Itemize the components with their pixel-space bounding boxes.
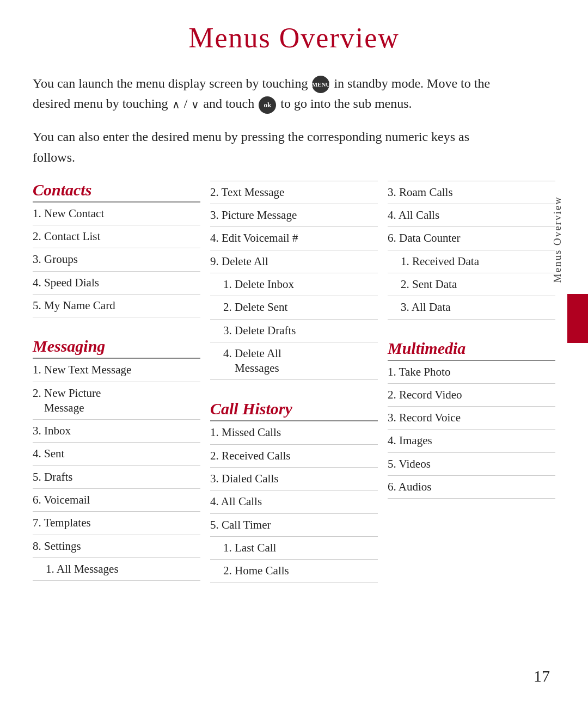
column-1: Contacts 1. New Contact 2. Contact List …	[33, 181, 210, 581]
list-item: 5. My Name Card	[33, 295, 200, 317]
call-history-section: Call History 1. Missed Calls 2. Received…	[210, 400, 378, 583]
call-history-list: 1. Missed Calls 2. Received Calls 3. Dia…	[210, 421, 378, 583]
list-item: 3. Record Voice	[388, 407, 555, 430]
list-item: 2. Home Calls	[210, 560, 378, 583]
sidebar-vertical-text: Menus Overview	[552, 196, 564, 283]
multimedia-section: Multimedia 1. Take Photo 2. Record Video…	[388, 339, 555, 499]
list-item: 1. Received Data	[388, 250, 555, 273]
contacts-list: 1. New Contact 2. Contact List 3. Groups…	[33, 203, 200, 317]
multimedia-title: Multimedia	[388, 339, 555, 361]
messaging-cont-section: 2. Text Message 3. Picture Message 4. Ed…	[210, 181, 378, 381]
list-item: 6. Audios	[388, 476, 555, 499]
list-item: 4. Speed Dials	[33, 272, 200, 295]
calls-cont-list: 3. Roam Calls 4. All Calls	[388, 181, 555, 228]
list-item: 1. New Text Message	[33, 359, 200, 382]
column-2: 2. Text Message 3. Picture Message 4. Ed…	[210, 181, 388, 583]
list-item: 2. New Picture Message	[33, 382, 200, 420]
list-item: 3. Picture Message	[210, 204, 378, 227]
multimedia-list: 1. Take Photo 2. Record Video 3. Record …	[388, 361, 555, 499]
call-history-title: Call History	[210, 400, 378, 421]
list-item: 4. All Calls	[388, 204, 555, 227]
list-item: 7. Templates	[33, 512, 200, 535]
list-item: 2. Text Message	[210, 181, 378, 204]
list-item: 1. Delete Inbox	[210, 273, 378, 296]
list-item: 3. Dialed Calls	[210, 468, 378, 491]
list-item: 5. Videos	[388, 453, 555, 476]
list-item: 2. Sent Data	[388, 273, 555, 296]
list-item: 1. Take Photo	[388, 361, 555, 384]
list-item: 2. Record Video	[388, 384, 555, 407]
data-counter-section: 6. Data Counter 1. Received Data 2. Sent…	[388, 227, 555, 319]
intro-paragraph-2: You can also enter the desired menu by p…	[33, 127, 512, 167]
contacts-title: Contacts	[33, 181, 200, 203]
list-item: 3. Groups	[33, 248, 200, 271]
list-item: 6. Voicemail	[33, 489, 200, 512]
list-item: 3. Delete Drafts	[210, 320, 378, 342]
list-item: 3. Roam Calls	[388, 181, 555, 204]
list-item: 1. New Contact	[33, 203, 200, 225]
list-item: 2. Received Calls	[210, 445, 378, 468]
list-item: 2. Contact List	[33, 225, 200, 248]
list-item: 2. Delete Sent	[210, 296, 378, 319]
messaging-title: Messaging	[33, 337, 200, 359]
list-item: 4. Sent	[33, 443, 200, 465]
calls-cont-section: 3. Roam Calls 4. All Calls	[388, 181, 555, 228]
list-item: 4. Images	[388, 430, 555, 452]
list-item: 5. Call Timer	[210, 514, 378, 537]
list-item: 4. All Calls	[210, 491, 378, 513]
menu-columns: Contacts 1. New Contact 2. Contact List …	[33, 181, 555, 583]
list-item: 1. Missed Calls	[210, 421, 378, 444]
sidebar-tab	[567, 294, 588, 343]
column-3: 3. Roam Calls 4. All Calls 6. Data Count…	[388, 181, 555, 499]
menu-icon: MENU	[312, 76, 329, 93]
list-item: 4. Delete All Messages	[210, 342, 378, 381]
list-item: 1. Last Call	[210, 537, 378, 560]
data-counter-list: 1. Received Data 2. Sent Data 3. All Dat…	[388, 250, 555, 320]
arrow-up-icon: ∧	[172, 96, 180, 113]
data-counter-header-list: 6. Data Counter	[388, 227, 555, 250]
contacts-section: Contacts 1. New Contact 2. Contact List …	[33, 181, 200, 317]
list-item: 6. Data Counter	[388, 227, 555, 250]
intro-paragraph-1: You can launch the menu display screen b…	[33, 73, 512, 114]
list-item: 8. Settings	[33, 535, 200, 558]
list-item: 3. Inbox	[33, 420, 200, 443]
messaging-section: Messaging 1. New Text Message 2. New Pic…	[33, 337, 200, 581]
page-number: 17	[534, 667, 550, 685]
messaging-cont-list: 2. Text Message 3. Picture Message 4. Ed…	[210, 181, 378, 381]
messaging-list: 1. New Text Message 2. New Picture Messa…	[33, 359, 200, 581]
list-item: 4. Edit Voicemail #	[210, 227, 378, 250]
page-title: Menus Overview	[33, 22, 555, 54]
arrow-down-icon: ∨	[191, 96, 199, 113]
ok-icon: ok	[259, 96, 276, 114]
list-item: 3. All Data	[388, 296, 555, 319]
page: Menus Overview You can launch the menu d…	[0, 0, 588, 705]
list-item: 9. Delete All	[210, 250, 378, 273]
list-item: 5. Drafts	[33, 466, 200, 489]
list-item: 1. All Messages	[33, 558, 200, 581]
